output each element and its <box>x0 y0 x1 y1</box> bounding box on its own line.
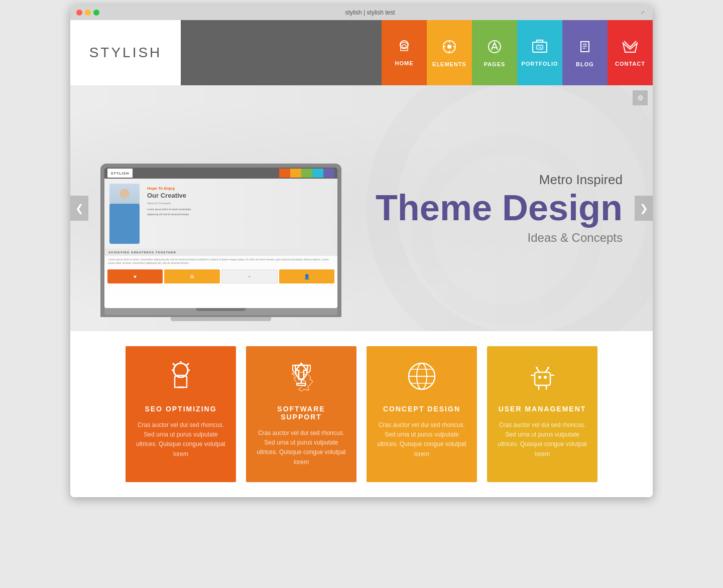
nav-home[interactable]: HOME <box>382 20 427 85</box>
software-title: SOFTWARE SUPPORT <box>256 405 346 421</box>
mini-body-text: Lorem ipsum dolor sit amet, consectetur … <box>104 256 337 267</box>
mini-nav-5 <box>323 169 334 178</box>
nav-portfolio[interactable]: PORTFOLIO <box>517 20 562 85</box>
elements-icon <box>441 39 457 58</box>
mini-tagline: ACHIEVING GREATNESS TOGETHER <box>104 249 337 256</box>
svg-point-1 <box>402 45 406 48</box>
chevron-right-icon: ❯ <box>640 202 648 214</box>
laptop-notch <box>196 308 246 311</box>
mini-lorem2: adipiscing elit sed do eiusmod tempor <box>147 213 330 216</box>
mini-logo: STYLISH <box>107 169 133 178</box>
main-nav: HOME ELEMENTS <box>382 20 653 85</box>
mini-nav <box>279 169 334 178</box>
mini-title2: Our Creative <box>147 192 330 200</box>
slider-next-button[interactable]: ❯ <box>635 196 653 221</box>
mini-feature-1: ♥ <box>107 269 163 283</box>
nav-elements[interactable]: ELEMENTS <box>427 20 472 85</box>
mini-nav-4 <box>312 169 323 178</box>
nav-contact-label: CONTACT <box>615 61 645 67</box>
laptop-content: STYLISH <box>104 168 337 308</box>
browser-dots <box>76 10 99 16</box>
seo-icon <box>166 361 196 397</box>
laptop-stand <box>171 317 271 321</box>
mini-text: Hope To Enjoy Our Creative Ideas & Conce… <box>145 184 332 244</box>
seo-desc: Cras auctor vel dui sed rhoncus. Sed urn… <box>136 420 226 459</box>
user-desc: Cras auctor vel dui sed rhoncus. Sed urn… <box>497 420 587 459</box>
mini-nav-2 <box>290 169 301 178</box>
mini-heart-icon: ♥ <box>134 274 137 279</box>
mini-feature-3: + <box>221 269 278 283</box>
feature-card-software: SOFTWARE SUPPORT Cras auctor vel dui sed… <box>246 346 356 482</box>
svg-point-31 <box>544 376 547 379</box>
mini-person-icon: 👤 <box>304 274 310 279</box>
mini-nav-1 <box>279 169 290 178</box>
user-title: USER MANAGEMENT <box>499 405 586 413</box>
site-logo: STYLISH <box>89 45 162 61</box>
mini-feature-2: ⚙ <box>164 269 219 283</box>
gear-icon: ⚙ <box>637 94 644 102</box>
svg-point-3 <box>447 45 451 49</box>
svg-point-35 <box>547 367 549 369</box>
hero-subtitle: Metro Inspired <box>376 172 623 188</box>
seo-title: SEO OPTIMIZING <box>145 405 216 413</box>
site-header: STYLISH HOME <box>70 20 653 85</box>
concept-title: CONCEPT DESIGN <box>383 405 460 413</box>
svg-line-18 <box>187 363 189 365</box>
slider-prev-button[interactable]: ❮ <box>70 196 88 221</box>
nav-elements-label: ELEMENTS <box>432 61 466 67</box>
mini-title1: Hope To Enjoy <box>147 186 330 191</box>
svg-rect-29 <box>535 372 550 385</box>
nav-blog[interactable]: BLOG <box>562 20 608 85</box>
mini-hero: Hope To Enjoy Our Creative Ideas & Conce… <box>104 179 337 249</box>
mini-subtitle: Ideas & Concepts <box>147 202 330 205</box>
pages-icon <box>487 39 503 58</box>
concept-icon <box>407 361 437 397</box>
nav-portfolio-label: PORTFOLIO <box>521 61 558 67</box>
portfolio-icon <box>532 39 548 58</box>
mini-gear-icon: ⚙ <box>190 274 194 279</box>
dot-red[interactable] <box>76 10 82 16</box>
hero-text: Metro Inspired Theme Design Ideas & Conc… <box>376 172 623 245</box>
nav-blog-label: BLOG <box>576 61 594 67</box>
resize-icon: ⤢ <box>641 10 647 16</box>
svg-line-17 <box>173 363 175 365</box>
software-icon <box>288 361 315 397</box>
feature-card-seo: SEO OPTIMIZING Cras auctor vel dui sed r… <box>126 346 236 482</box>
blog-icon <box>577 39 593 58</box>
mini-face <box>119 189 130 199</box>
browser-window: stylish | stylish test ⤢ STYLISH HOME <box>70 5 653 497</box>
home-icon <box>397 40 412 57</box>
dot-yellow[interactable] <box>85 10 91 16</box>
nav-contact[interactable]: CONTACT <box>608 20 653 85</box>
laptop-screen: STYLISH <box>104 168 337 308</box>
dot-green[interactable] <box>93 10 99 16</box>
browser-title: stylish | stylish test <box>104 9 636 16</box>
slider-settings-icon[interactable]: ⚙ <box>633 90 648 105</box>
hero-title: Theme Design <box>376 190 623 226</box>
user-mgmt-icon <box>529 361 556 397</box>
mini-person-image <box>109 184 140 244</box>
feature-card-user: USER MANAGEMENT Cras auctor vel dui sed … <box>487 346 597 482</box>
nav-home-label: HOME <box>395 60 414 66</box>
concept-desc: Cras auctor vel dui sed rhoncus. Sed urn… <box>377 420 467 459</box>
logo-area: STYLISH <box>70 20 181 85</box>
laptop-screen-outer: STYLISH <box>100 164 341 317</box>
mini-header: STYLISH <box>104 168 337 179</box>
laptop-mockup: STYLISH <box>100 164 341 321</box>
browser-chrome: stylish | stylish test ⤢ <box>70 5 653 20</box>
svg-point-33 <box>536 367 538 369</box>
contact-icon <box>622 39 638 58</box>
features-section: SEO OPTIMIZING Cras auctor vel dui sed r… <box>70 331 653 497</box>
chevron-left-icon: ❮ <box>75 202 84 214</box>
mini-body <box>109 204 140 244</box>
mini-nav-3 <box>301 169 312 178</box>
nav-pages[interactable]: PAGES <box>472 20 517 85</box>
hero-section: ❮ ❯ ⚙ STYLISH <box>70 85 653 331</box>
nav-pages-label: PAGES <box>484 61 506 67</box>
mini-feature-4: 👤 <box>279 269 334 283</box>
laptop-base <box>104 308 337 315</box>
svg-point-30 <box>538 376 541 379</box>
mini-lorem1: Lorem ipsum dolor sit amet consectetur <box>147 208 330 211</box>
mini-features: ♥ ⚙ + 👤 <box>104 267 337 286</box>
mini-plus-icon: + <box>248 274 251 279</box>
